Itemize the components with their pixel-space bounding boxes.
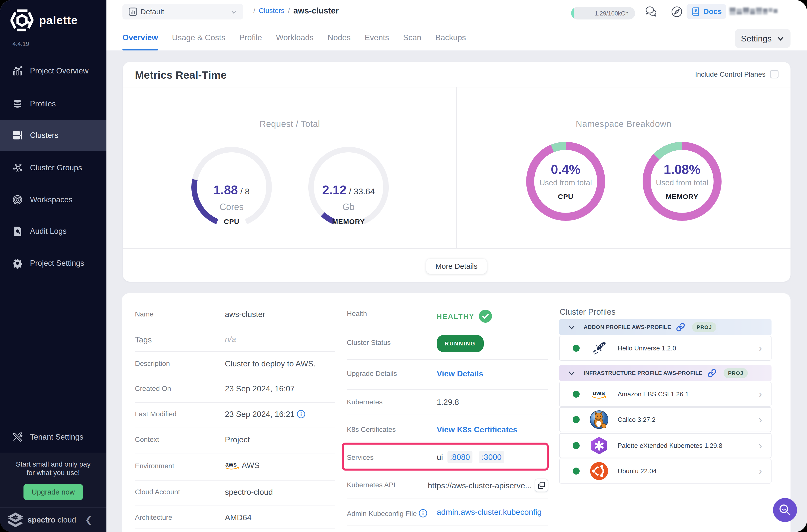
svg-text:aws: aws [593, 389, 605, 397]
svg-text:aws: aws [225, 461, 237, 468]
